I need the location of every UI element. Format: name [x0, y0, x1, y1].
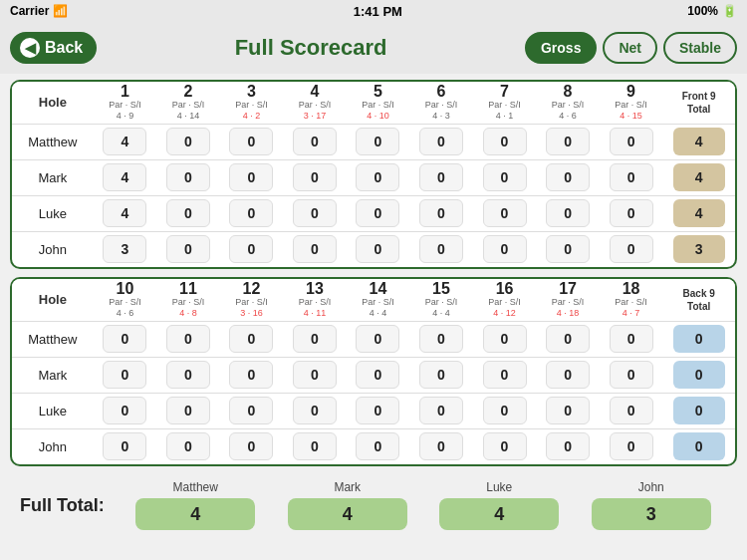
- back-mark-h12[interactable]: 0: [220, 357, 284, 393]
- back-john-h16[interactable]: 0: [473, 428, 537, 464]
- front-matthew-h5[interactable]: 0: [347, 124, 410, 159]
- front-john-h8[interactable]: 0: [536, 231, 600, 267]
- back-luke-h15[interactable]: 0: [409, 393, 473, 428]
- back-mark-h17[interactable]: 0: [536, 357, 600, 393]
- back-matthew-h16[interactable]: 0: [473, 321, 537, 357]
- back-matthew-h11[interactable]: 0: [156, 321, 220, 357]
- front-john-h5[interactable]: 0: [347, 231, 410, 267]
- front-john-h7[interactable]: 0: [473, 231, 537, 267]
- front-john-h3[interactable]: 0: [220, 231, 284, 267]
- score-type-buttons: Gross Net Stable: [525, 32, 737, 64]
- back-john-h15[interactable]: 0: [409, 428, 473, 464]
- net-button[interactable]: Net: [603, 32, 657, 64]
- back-matthew-h15[interactable]: 0: [409, 321, 473, 357]
- back-john-h17[interactable]: 0: [536, 428, 600, 464]
- back-matthew-h17[interactable]: 0: [536, 321, 600, 357]
- back-luke-h17[interactable]: 0: [536, 393, 600, 428]
- back-luke-h14[interactable]: 0: [347, 393, 410, 428]
- back-john-h10[interactable]: 0: [94, 428, 157, 464]
- back-john-h14[interactable]: 0: [347, 428, 410, 464]
- front-luke-h4[interactable]: 0: [283, 195, 347, 231]
- front-total-header: Front 9Total: [662, 82, 735, 124]
- back-mark-h14[interactable]: 0: [347, 357, 410, 393]
- back-mark-row: Mark 0 0 0 0 0 0 0 0 0 0: [12, 357, 735, 393]
- back-luke-h13[interactable]: 0: [283, 393, 347, 428]
- front-matthew-h4[interactable]: 0: [283, 124, 347, 159]
- back-mark-h16[interactable]: 0: [473, 357, 537, 393]
- back-matthew-h12[interactable]: 0: [220, 321, 284, 357]
- back-hole-label: Hole: [12, 279, 94, 321]
- main-content: Hole 1 Par · S/I 4 · 9 2 Par · S/I 4 · 1…: [0, 74, 747, 544]
- back-label: Back: [45, 39, 83, 57]
- front-mark-h9[interactable]: 0: [600, 159, 663, 195]
- back-john-h13[interactable]: 0: [283, 428, 347, 464]
- front-matthew-h9[interactable]: 0: [600, 124, 663, 159]
- back-mark-total: 0: [662, 357, 735, 393]
- hole-2-header: 2 Par · S/I 4 · 14: [156, 82, 220, 124]
- front-mark-h1[interactable]: 4: [94, 159, 157, 195]
- back-luke-h11[interactable]: 0: [156, 393, 220, 428]
- back-mark-h13[interactable]: 0: [283, 357, 347, 393]
- back-john-h11[interactable]: 0: [156, 428, 220, 464]
- front-john-h4[interactable]: 0: [283, 231, 347, 267]
- front-mark-h2[interactable]: 0: [156, 159, 220, 195]
- front-luke-h5[interactable]: 0: [347, 195, 410, 231]
- front-luke-h9[interactable]: 0: [600, 195, 663, 231]
- mark-total-section: Mark 4: [272, 480, 424, 530]
- front-mark-h8[interactable]: 0: [536, 159, 600, 195]
- hole-8-header: 8 Par · S/I 4 · 6: [536, 82, 600, 124]
- front-mark-h4[interactable]: 0: [283, 159, 347, 195]
- hole-9-header: 9 Par · S/I 4 · 15: [600, 82, 663, 124]
- front-mark-h3[interactable]: 0: [220, 159, 284, 195]
- back-matthew-h18[interactable]: 0: [600, 321, 663, 357]
- front-matthew-h2[interactable]: 0: [156, 124, 220, 159]
- hole-11-header: 11 Par · S/I 4 · 8: [156, 279, 220, 321]
- back-luke-h18[interactable]: 0: [600, 393, 663, 428]
- back-matthew-h13[interactable]: 0: [283, 321, 347, 357]
- front-matthew-h6[interactable]: 0: [409, 124, 473, 159]
- back-john-h18[interactable]: 0: [600, 428, 663, 464]
- hole-13-header: 13 Par · S/I 4 · 11: [283, 279, 347, 321]
- front-mark-h6[interactable]: 0: [409, 159, 473, 195]
- back-luke-h16[interactable]: 0: [473, 393, 537, 428]
- front-john-h2[interactable]: 0: [156, 231, 220, 267]
- front-john-h6[interactable]: 0: [409, 231, 473, 267]
- front-matthew-h3[interactable]: 0: [220, 124, 284, 159]
- front-luke-h7[interactable]: 0: [473, 195, 537, 231]
- front-luke-h6[interactable]: 0: [409, 195, 473, 231]
- stable-button[interactable]: Stable: [663, 32, 737, 64]
- back-mark-h11[interactable]: 0: [156, 357, 220, 393]
- front-matthew-h7[interactable]: 0: [473, 124, 537, 159]
- front-john-row: John 3 0 0 0 0 0 0 0 0 3: [12, 231, 735, 267]
- back-luke-h12[interactable]: 0: [220, 393, 284, 428]
- status-bar: Carrier 📶 1:41 PM 100% 🔋: [0, 0, 747, 22]
- gross-button[interactable]: Gross: [525, 32, 597, 64]
- wifi-icon: 📶: [53, 4, 68, 18]
- front-luke-h1[interactable]: 4: [94, 195, 157, 231]
- front-luke-h8[interactable]: 0: [536, 195, 600, 231]
- back-button[interactable]: ◀ Back: [10, 32, 97, 64]
- back-mark-h18[interactable]: 0: [600, 357, 663, 393]
- front-mark-h5[interactable]: 0: [347, 159, 410, 195]
- front-luke-h3[interactable]: 0: [220, 195, 284, 231]
- back-luke-row: Luke 0 0 0 0 0 0 0 0 0 0: [12, 393, 735, 428]
- front-mark-h7[interactable]: 0: [473, 159, 537, 195]
- status-right: 100% 🔋: [687, 4, 737, 18]
- back-luke-h10[interactable]: 0: [94, 393, 157, 428]
- matthew-total-section: Matthew 4: [120, 480, 272, 530]
- front-john-h9[interactable]: 0: [600, 231, 663, 267]
- front-luke-h2[interactable]: 0: [156, 195, 220, 231]
- hole-7-header: 7 Par · S/I 4 · 1: [473, 82, 537, 124]
- hole-18-header: 18 Par · S/I 4 · 7: [600, 279, 663, 321]
- back-mark-h15[interactable]: 0: [409, 357, 473, 393]
- back-matthew-h10[interactable]: 0: [94, 321, 157, 357]
- front-matthew-h1[interactable]: 4: [94, 124, 157, 159]
- status-left: Carrier 📶: [10, 4, 68, 18]
- front-mark-name: Mark: [12, 159, 94, 195]
- back-mark-h10[interactable]: 0: [94, 357, 157, 393]
- front-matthew-h8[interactable]: 0: [536, 124, 600, 159]
- mark-full-total: 4: [288, 498, 407, 530]
- back-john-h12[interactable]: 0: [220, 428, 284, 464]
- front-john-h1[interactable]: 3: [94, 231, 157, 267]
- back-matthew-h14[interactable]: 0: [347, 321, 410, 357]
